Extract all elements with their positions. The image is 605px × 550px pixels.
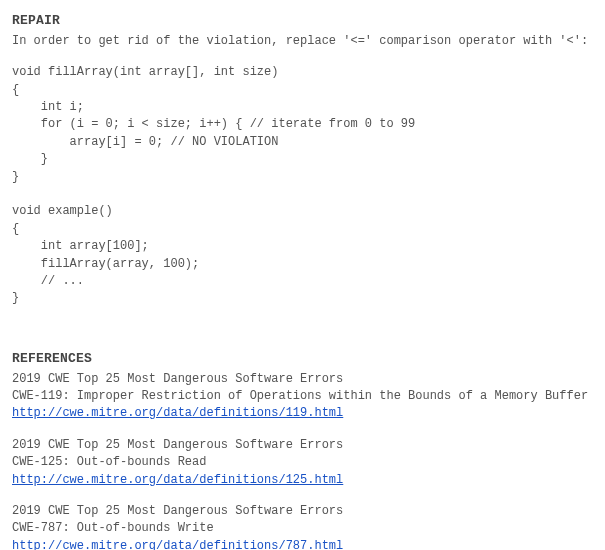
- reference-item: 2019 CWE Top 25 Most Dangerous Software …: [12, 503, 593, 550]
- reference-line: CWE-787: Out-of-bounds Write: [12, 520, 593, 537]
- reference-line: CWE-125: Out-of-bounds Read: [12, 454, 593, 471]
- reference-line: 2019 CWE Top 25 Most Dangerous Software …: [12, 371, 593, 388]
- repair-heading: REPAIR: [12, 12, 593, 31]
- reference-item: 2019 CWE Top 25 Most Dangerous Software …: [12, 437, 593, 489]
- repair-intro: In order to get rid of the violation, re…: [12, 33, 593, 50]
- reference-link[interactable]: http://cwe.mitre.org/data/definitions/11…: [12, 406, 343, 420]
- repair-code-block: void fillArray(int array[], int size) { …: [12, 64, 593, 307]
- reference-link[interactable]: http://cwe.mitre.org/data/definitions/78…: [12, 539, 343, 550]
- references-heading: REFERENCES: [12, 350, 593, 369]
- reference-link[interactable]: http://cwe.mitre.org/data/definitions/12…: [12, 473, 343, 487]
- reference-line: 2019 CWE Top 25 Most Dangerous Software …: [12, 503, 593, 520]
- reference-line: CWE-119: Improper Restriction of Operati…: [12, 388, 593, 405]
- references-section: REFERENCES 2019 CWE Top 25 Most Dangerou…: [12, 350, 593, 550]
- reference-line: 2019 CWE Top 25 Most Dangerous Software …: [12, 437, 593, 454]
- repair-section: REPAIR In order to get rid of the violat…: [12, 12, 593, 308]
- reference-item: 2019 CWE Top 25 Most Dangerous Software …: [12, 371, 593, 423]
